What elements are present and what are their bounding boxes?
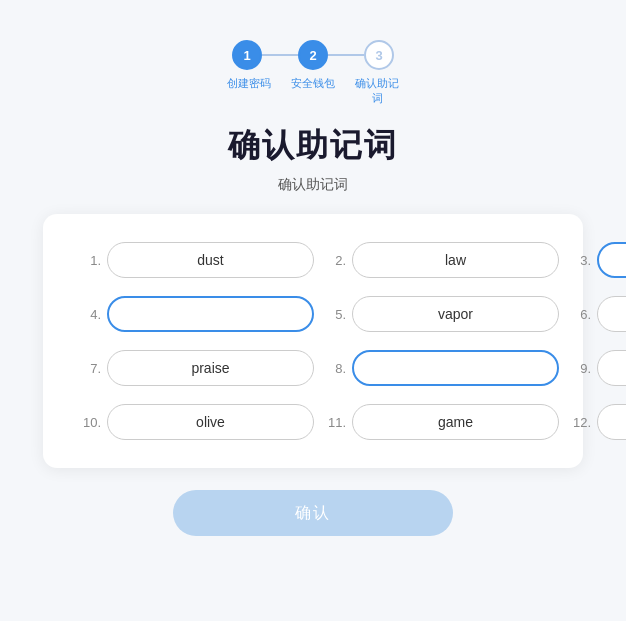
- word-num-4: 4.: [79, 307, 101, 322]
- step-3-circle: 3: [364, 40, 394, 70]
- word-row-12: 12.: [569, 404, 626, 440]
- word-row-4: 4.: [79, 296, 314, 332]
- word-row-7: 7.: [79, 350, 314, 386]
- mnemonic-card: 1. 2. 3. 4. 5. 6.: [43, 214, 583, 468]
- word-input-8[interactable]: [352, 350, 559, 386]
- word-row-8: 8.: [324, 350, 559, 386]
- word-input-2[interactable]: [352, 242, 559, 278]
- word-input-5[interactable]: [352, 296, 559, 332]
- word-row-11: 11.: [324, 404, 559, 440]
- word-num-9: 9.: [569, 361, 591, 376]
- word-input-7[interactable]: [107, 350, 314, 386]
- word-row-5: 5.: [324, 296, 559, 332]
- word-row-3: 3.: [569, 242, 626, 278]
- step-3-label: 确认助记词: [354, 76, 400, 106]
- word-grid: 1. 2. 3. 4. 5. 6.: [79, 242, 547, 440]
- word-input-6[interactable]: [597, 296, 626, 332]
- word-row-1: 1.: [79, 242, 314, 278]
- word-input-9[interactable]: [597, 350, 626, 386]
- step-2-label: 安全钱包: [290, 76, 336, 91]
- confirm-button[interactable]: 确认: [173, 490, 453, 536]
- word-row-9: 9.: [569, 350, 626, 386]
- stepper-circles: 1 2 3: [232, 40, 394, 70]
- word-num-7: 7.: [79, 361, 101, 376]
- step-1-label: 创建密码: [226, 76, 272, 91]
- word-num-10: 10.: [79, 415, 101, 430]
- step-line-1: [262, 54, 298, 56]
- step-line-2: [328, 54, 364, 56]
- word-num-2: 2.: [324, 253, 346, 268]
- word-row-6: 6.: [569, 296, 626, 332]
- step-2-circle: 2: [298, 40, 328, 70]
- step-1-circle: 1: [232, 40, 262, 70]
- word-input-12[interactable]: [597, 404, 626, 440]
- stepper-labels: 创建密码 安全钱包 确认助记词: [226, 76, 400, 106]
- word-num-3: 3.: [569, 253, 591, 268]
- word-input-3[interactable]: [597, 242, 626, 278]
- word-row-2: 2.: [324, 242, 559, 278]
- word-num-8: 8.: [324, 361, 346, 376]
- page-container: 1 2 3 创建密码 安全钱包 确认助记词 确认助记词 确认助记词 1. 2.: [0, 0, 626, 621]
- word-input-1[interactable]: [107, 242, 314, 278]
- word-num-6: 6.: [569, 307, 591, 322]
- word-input-10[interactable]: [107, 404, 314, 440]
- word-num-1: 1.: [79, 253, 101, 268]
- sub-title: 确认助记词: [278, 176, 348, 194]
- word-num-5: 5.: [324, 307, 346, 322]
- word-num-12: 12.: [569, 415, 591, 430]
- word-row-10: 10.: [79, 404, 314, 440]
- word-input-11[interactable]: [352, 404, 559, 440]
- main-title: 确认助记词: [228, 124, 398, 168]
- word-num-11: 11.: [324, 415, 346, 430]
- word-input-4[interactable]: [107, 296, 314, 332]
- stepper: 1 2 3 创建密码 安全钱包 确认助记词: [226, 40, 400, 106]
